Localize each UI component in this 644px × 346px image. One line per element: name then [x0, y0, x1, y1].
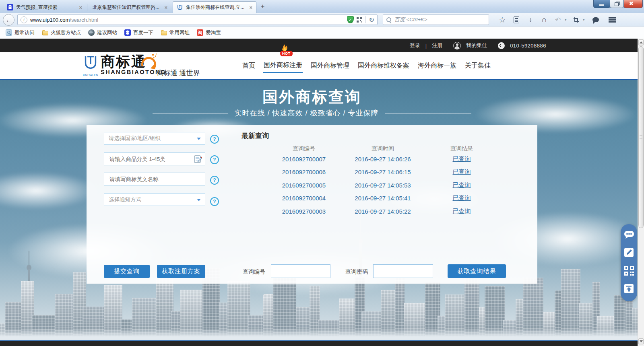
phone-number: 010-59208886	[510, 43, 546, 49]
unitalen-logo-icon[interactable]: UNITALEN	[83, 55, 99, 76]
name-input-wrap[interactable]	[104, 173, 205, 185]
scroll-up-button[interactable]	[638, 39, 644, 45]
bookmark-common[interactable]: 常用网址	[159, 29, 192, 36]
screenshot-tool-icon[interactable]	[574, 17, 579, 23]
sync-icon[interactable]: ↶	[551, 16, 565, 24]
nav-overseas-trademark-family[interactable]: 海外商标一族	[417, 59, 457, 72]
bookmarks-list-icon[interactable]	[514, 16, 519, 23]
tool-dropdown-icon[interactable]: ▾	[583, 18, 588, 22]
register-link[interactable]: 注册	[432, 42, 442, 49]
nav-about-unitalen[interactable]: 关于集佳	[464, 59, 491, 72]
query-result-link[interactable]: 已查询	[422, 155, 501, 163]
bookmark-label: 百度一下	[133, 29, 153, 36]
tab-close-icon[interactable]: ×	[79, 4, 82, 10]
restore-button[interactable]	[610, 0, 624, 8]
bookmark-suggested[interactable]: 建议网站	[86, 29, 119, 36]
tab-bar: 天气预报_百度搜索 × 北京集慧智佳知识产权管理咨... × 集佳涉外商标在线查…	[0, 0, 644, 13]
folder-icon	[42, 29, 48, 36]
notify-select[interactable]: 选择通知方式	[104, 193, 205, 206]
nav-foreign-trademark-rights[interactable]: 国外商标维权备案	[357, 59, 410, 72]
help-icon[interactable]: ?	[210, 176, 219, 185]
address-bar[interactable]: i www.uip100.com /search.html ✓ ↻	[17, 14, 378, 25]
col-query-result: 查询结果	[422, 145, 501, 152]
country-select[interactable]: 请选择国家/地区/组织	[104, 132, 205, 145]
help-icon[interactable]: ?	[210, 197, 219, 206]
nav-foreign-trademark-registration[interactable]: 国外商标注册 HOT	[263, 59, 303, 73]
query-result-link[interactable]: 已查询	[422, 208, 501, 215]
nav-foreign-trademark-management[interactable]: 国外商标管理	[310, 59, 350, 72]
new-tab-button[interactable]: +	[261, 3, 264, 10]
vertical-scrollbar[interactable]	[638, 39, 644, 346]
minimize-button[interactable]	[593, 0, 610, 8]
submit-query-button[interactable]: 提交查询	[104, 265, 150, 278]
bookmark-firefox[interactable]: 火狐官方站点	[40, 29, 83, 36]
globe-icon	[88, 29, 95, 36]
table-row: 2016092700007 2016-09-27 14:06:26 已查询	[264, 152, 515, 166]
floating-toolbar	[621, 224, 637, 301]
tab-close-icon[interactable]: ×	[164, 4, 167, 10]
get-query-result-button[interactable]: 获取查询结果	[448, 264, 506, 278]
query-id: 2016092700003	[264, 208, 343, 215]
security-shield-icon[interactable]: ✓	[347, 16, 354, 23]
url-path: /search.html	[70, 17, 98, 23]
scrollbar-thumb[interactable]	[638, 46, 644, 228]
fog-band	[0, 328, 638, 340]
scroll-down-button[interactable]	[638, 338, 644, 344]
back-to-top-icon[interactable]	[624, 284, 634, 295]
query-time: 2016-09-27 14:05:22	[343, 208, 422, 215]
my-account-link[interactable]: 我的集佳	[466, 42, 487, 49]
chevron-down-icon	[197, 199, 201, 203]
bookmark-frequent[interactable]: 最常访问	[4, 29, 37, 36]
table-row: 2016092700004 2016-09-27 14:05:41 已查询	[264, 192, 515, 205]
class-input-wrap[interactable]	[104, 152, 205, 165]
tab-title: 天气预报_百度搜索	[16, 4, 76, 11]
nav-home[interactable]: 首页	[242, 59, 256, 72]
query-result-link[interactable]: 已查询	[422, 168, 501, 176]
sync-dropdown-icon[interactable]: ▾	[565, 18, 570, 22]
table-row: 2016092700005 2016-09-27 14:05:53 已查询	[264, 179, 515, 192]
trademark-name-input[interactable]	[109, 176, 200, 183]
hamburger-menu-icon[interactable]	[609, 17, 616, 23]
help-icon[interactable]: ?	[210, 135, 219, 144]
class-input[interactable]	[109, 156, 191, 163]
tab-close-icon[interactable]: ×	[249, 4, 252, 10]
page-title: 国外商标查询	[0, 87, 624, 107]
feedback-bubble-icon[interactable]	[592, 17, 599, 22]
query-result-link[interactable]: 已查询	[422, 194, 501, 202]
hot-badge: HOT	[280, 51, 293, 56]
reload-icon[interactable]: ↻	[369, 16, 374, 24]
main-nav: 首页 国外商标注册 HOT 国外商标管理 国外商标维权备案 海外商标一族 关于集…	[242, 52, 491, 79]
bookmark-label: 建议网站	[97, 29, 117, 36]
qr-code-icon[interactable]	[357, 17, 362, 23]
baidu-favicon-icon	[7, 4, 13, 10]
home-icon[interactable]: ⌂	[537, 15, 551, 24]
tab-active-uip100[interactable]: 集佳涉外商标在线查询,立... ×	[173, 1, 256, 13]
downloads-icon[interactable]: ↓	[524, 16, 537, 24]
tab-jihui[interactable]: 北京集慧智佳知识产权管理咨... ×	[89, 1, 171, 13]
search-bar[interactable]: 百度 <Ctrl+K>	[383, 14, 489, 25]
page-subtitle: 实时在线 / 快速高效 / 极致省心 / 专业保障	[234, 108, 378, 118]
user-account-icon[interactable]	[453, 42, 461, 49]
get-registration-plan-button[interactable]: 获取注册方案	[157, 265, 205, 278]
notepad-icon[interactable]	[194, 155, 202, 165]
query-time: 2016-09-27 14:06:26	[343, 156, 422, 163]
tab-weather[interactable]: 天气预报_百度搜索 ×	[3, 1, 86, 13]
query-result-link[interactable]: 已查询	[422, 181, 501, 189]
bookmark-baidu[interactable]: 百度一下	[122, 29, 155, 36]
brand-tagline: 商标通 通世界	[157, 68, 200, 78]
back-button[interactable]: ←	[3, 14, 14, 26]
edit-icon[interactable]	[624, 247, 634, 259]
chat-icon[interactable]	[624, 230, 634, 241]
query-id-input[interactable]	[271, 264, 330, 278]
site-info-icon[interactable]: i	[21, 16, 27, 23]
login-link[interactable]: 登录	[410, 42, 420, 49]
help-icon[interactable]: ?	[210, 155, 219, 164]
navigation-toolbar: ← i www.uip100.com /search.html ✓ ↻ 百度 <…	[0, 13, 644, 27]
latest-queries: 最新查询 查询编号 查询时间 查询结果 2016092700007 2016-0…	[242, 131, 515, 218]
bookmark-star-icon[interactable]: ☆	[495, 15, 509, 25]
query-password-input[interactable]	[373, 264, 433, 278]
close-button[interactable]	[623, 0, 643, 8]
qr-code-icon[interactable]	[624, 266, 634, 278]
bookmark-taobao[interactable]: 淘 爱淘宝	[195, 29, 223, 36]
subtitle-line-left	[153, 113, 228, 113]
